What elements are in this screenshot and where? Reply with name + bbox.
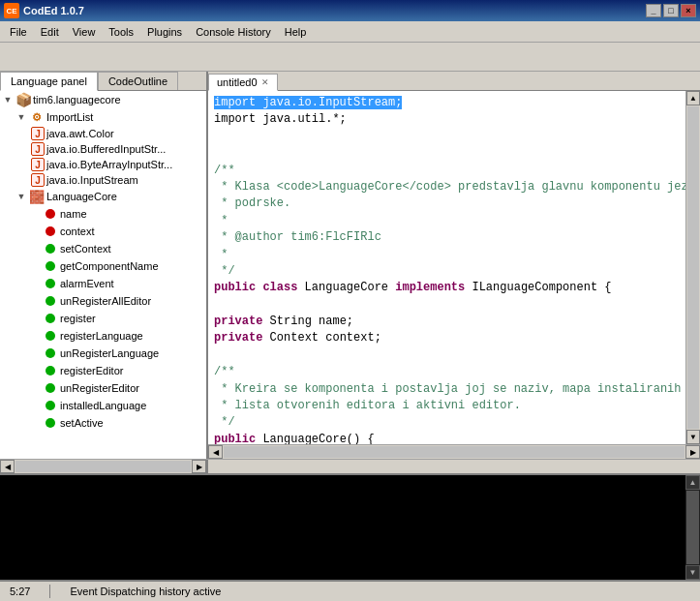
tree-item-13[interactable]: register <box>0 310 206 327</box>
circle-red-8 <box>43 224 58 239</box>
code-class-decl: public class LanguageCore implements ILa… <box>214 281 612 294</box>
tree-item-1[interactable]: ▼ ⚙ ImportList <box>0 108 206 126</box>
vscroll-thumb[interactable] <box>687 106 699 429</box>
console-line-0: 26. [ED - alarmEvent] : Event with id "T… <box>0 475 685 492</box>
left-hscroll-thumb[interactable] <box>15 461 191 472</box>
tab-codeoutline[interactable]: CodeOutline <box>98 72 178 90</box>
left-hscrollbar[interactable]: ◀ ▶ <box>0 460 208 473</box>
tree-label-17: unRegisterEditor <box>60 382 139 394</box>
tree-item-10[interactable]: getComponentName <box>0 257 206 275</box>
status-message: Event Dispatching history active <box>70 586 221 597</box>
menu-tools[interactable]: Tools <box>103 24 139 40</box>
circle-green-13 <box>43 311 58 326</box>
maximize-button[interactable]: □ <box>663 4 679 17</box>
tree-item-0[interactable]: ▼ 📦 tim6.languagecore <box>0 91 206 108</box>
tree-label-11: alarmEvent <box>60 278 114 289</box>
tree-item-15[interactable]: unRegisterLanguage <box>0 345 206 362</box>
tree-item-16[interactable]: registerEditor <box>0 362 206 379</box>
left-hscroll-right-btn[interactable]: ▶ <box>192 460 206 473</box>
java-icon-2: J <box>31 127 45 140</box>
class-icon-6: 🧱 <box>29 189 45 204</box>
tree-item-11[interactable]: alarmEvent <box>0 275 206 292</box>
menu-view[interactable]: View <box>67 24 102 40</box>
title-bar: CE CodEd 1.0.7 _ □ × <box>0 0 700 21</box>
tree-label-8: context <box>60 225 94 237</box>
tree-area[interactable]: ▼ 📦 tim6.languagecore ▼ ⚙ ImportList J j… <box>0 91 206 459</box>
minimize-button[interactable]: _ <box>646 4 661 17</box>
tree-item-3[interactable]: J java.io.BufferedInputStr... <box>0 141 206 157</box>
hscroll-left-button[interactable]: ◀ <box>208 445 223 459</box>
code-hscrollbar[interactable]: ◀ ▶ <box>208 444 700 459</box>
tree-label-5: java.io.InputStream <box>46 174 138 186</box>
code-content[interactable]: import java.io.InputStream; import java.… <box>208 91 685 444</box>
tree-label-15: unRegisterLanguage <box>60 347 159 359</box>
circle-green-18 <box>43 398 58 413</box>
left-panel: Language panel CodeOutline ▼ 📦 tim6.lang… <box>0 72 208 459</box>
left-hscrollbar-row: ◀ ▶ <box>0 459 700 473</box>
right-panel: untitled0 ✕ import java.io.InputStream; … <box>208 72 700 459</box>
circle-red-7 <box>43 206 58 222</box>
console-vscroll-up[interactable]: ▲ <box>685 475 700 490</box>
menu-edit[interactable]: Edit <box>35 24 65 40</box>
tree-item-12[interactable]: unRegisterAllEditor <box>0 292 206 310</box>
tree-label-1: ImportList <box>46 111 93 123</box>
menu-plugins[interactable]: Plugins <box>141 24 188 40</box>
tree-item-19[interactable]: setActive <box>0 414 206 432</box>
upper-panels: Language panel CodeOutline ▼ 📦 tim6.lang… <box>0 72 700 459</box>
circle-green-9 <box>43 241 58 256</box>
spacer-hscroll <box>208 460 700 473</box>
tree-item-7[interactable]: name <box>0 205 206 223</box>
tree-item-5[interactable]: J java.io.InputStream <box>0 172 206 188</box>
code-import-highlight: import java.io.InputStream; <box>214 96 402 109</box>
menu-console-history[interactable]: Console History <box>190 24 277 40</box>
tree-item-9[interactable]: setContext <box>0 240 206 257</box>
console-vscrollbar[interactable]: ▲ ▼ <box>685 475 700 580</box>
tree-label-16: registerEditor <box>60 365 123 376</box>
menu-help[interactable]: Help <box>279 24 313 40</box>
tree-item-18[interactable]: installedLanguage <box>0 397 206 414</box>
vscroll-up-button[interactable]: ▲ <box>686 91 700 105</box>
importlist-icon: ⚙ <box>29 109 45 125</box>
editor-tab-untitled0[interactable]: untitled0 ✕ <box>208 74 278 91</box>
code-comment-1: /** <box>214 164 235 177</box>
code-comment-10: * lista otvorenih editora i aktivni edit… <box>214 399 521 412</box>
code-comment-11: */ <box>214 415 235 429</box>
left-hscroll-left-btn[interactable]: ◀ <box>0 460 15 473</box>
expand-icon-6: ▼ <box>15 191 27 202</box>
close-button[interactable]: × <box>681 4 696 17</box>
console-vscroll-down[interactable]: ▼ <box>685 565 700 580</box>
code-import2: import java.util.*; <box>214 112 347 126</box>
tree-item-14[interactable]: registerLanguage <box>0 327 206 345</box>
vscroll-down-button[interactable]: ▼ <box>686 430 700 444</box>
console-area: 26. [ED - alarmEvent] : Event with id "T… <box>0 473 700 580</box>
tree-item-6[interactable]: ▼ 🧱 LanguageCore <box>0 188 206 205</box>
console-line-2: 28. [ED - alarmEvent] : Event with id "T… <box>0 507 685 524</box>
tree-item-17[interactable]: unRegisterEditor <box>0 379 206 397</box>
code-field-1: private String name; <box>214 315 353 328</box>
code-constructor: public LanguageCore() { <box>214 433 375 444</box>
window-controls: _ □ × <box>646 4 696 17</box>
tree-label-9: setContext <box>60 243 111 255</box>
code-vscrollbar[interactable]: ▲ ▼ <box>685 91 700 444</box>
menu-bar: File Edit View Tools Plugins Console His… <box>0 21 700 43</box>
circle-green-19 <box>43 415 58 431</box>
code-comment-2: * Klasa <code>LanguageCore</code> predst… <box>214 180 685 194</box>
code-comment-9: * Kreira se komponenta i postavlja joj s… <box>214 382 685 396</box>
hscroll-thumb[interactable] <box>224 446 685 458</box>
console-line-1: 27. [ED - alarmEvent] : Event with id "T… <box>0 492 685 508</box>
tree-item-8[interactable]: context <box>0 223 206 240</box>
console-line-3: 29. [ED - alarmEvent] : Event with id "T… <box>0 524 685 540</box>
code-area[interactable]: import java.io.InputStream; import java.… <box>208 91 700 444</box>
circle-green-10 <box>43 258 58 274</box>
status-divider <box>49 585 50 598</box>
console-vscroll-thumb[interactable] <box>686 491 699 564</box>
hscroll-right-button[interactable]: ▶ <box>685 445 700 459</box>
editor-tab-close-button[interactable]: ✕ <box>261 77 269 87</box>
menu-file[interactable]: File <box>4 24 33 40</box>
code-comment-3: * podrske. <box>214 196 290 210</box>
app-title: CodEd 1.0.7 <box>23 5 84 16</box>
java-icon-3: J <box>31 142 45 156</box>
tree-item-2[interactable]: J java.awt.Color <box>0 126 206 141</box>
tab-language-panel[interactable]: Language panel <box>0 72 98 91</box>
tree-item-4[interactable]: J java.io.ByteArrayInputStr... <box>0 157 206 172</box>
